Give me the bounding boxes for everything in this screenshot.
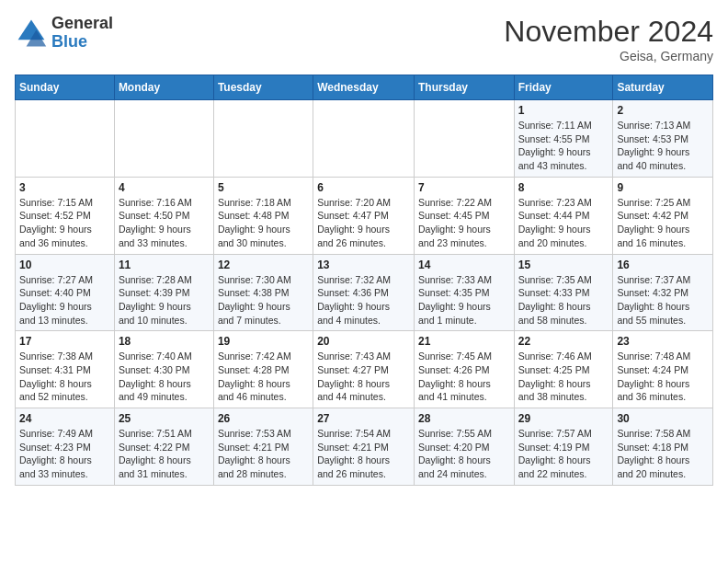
day-info: Sunrise: 7:33 AM Sunset: 4:35 PM Dayligh…	[418, 273, 510, 327]
day-number: 22	[518, 335, 609, 348]
calendar-table: SundayMondayTuesdayWednesdayThursdayFrid…	[15, 75, 713, 486]
week-row-1: 1Sunrise: 7:11 AM Sunset: 4:55 PM Daylig…	[16, 100, 713, 178]
day-number: 4	[119, 181, 210, 194]
day-number: 20	[317, 335, 410, 348]
day-number: 13	[317, 259, 410, 271]
day-number: 23	[617, 335, 709, 348]
day-cell-5: 5Sunrise: 7:18 AM Sunset: 4:48 PM Daylig…	[213, 177, 313, 254]
day-info: Sunrise: 7:23 AM Sunset: 4:44 PM Dayligh…	[518, 196, 609, 250]
day-cell-3: 3Sunrise: 7:15 AM Sunset: 4:52 PM Daylig…	[16, 177, 115, 254]
day-info: Sunrise: 7:49 AM Sunset: 4:23 PM Dayligh…	[19, 427, 110, 481]
logo: General Blue	[15, 15, 113, 52]
day-number: 9	[617, 181, 709, 194]
week-row-3: 10Sunrise: 7:27 AM Sunset: 4:40 PM Dayli…	[16, 254, 713, 331]
page-header: General Blue November 2024 Geisa, German…	[15, 15, 713, 63]
day-cell-6: 6Sunrise: 7:20 AM Sunset: 4:47 PM Daylig…	[313, 177, 415, 254]
day-info: Sunrise: 7:51 AM Sunset: 4:22 PM Dayligh…	[119, 427, 210, 481]
weekday-header-saturday: Saturday	[613, 75, 713, 100]
day-cell-26: 26Sunrise: 7:53 AM Sunset: 4:21 PM Dayli…	[213, 408, 313, 486]
weekday-header-friday: Friday	[514, 75, 613, 100]
day-cell-18: 18Sunrise: 7:40 AM Sunset: 4:30 PM Dayli…	[114, 331, 213, 408]
day-info: Sunrise: 7:18 AM Sunset: 4:48 PM Dayligh…	[218, 196, 309, 250]
month-title: November 2024	[504, 15, 713, 49]
day-cell-21: 21Sunrise: 7:45 AM Sunset: 4:26 PM Dayli…	[414, 331, 514, 408]
day-info: Sunrise: 7:15 AM Sunset: 4:52 PM Dayligh…	[19, 196, 110, 250]
day-info: Sunrise: 7:27 AM Sunset: 4:40 PM Dayligh…	[19, 273, 110, 327]
day-cell-27: 27Sunrise: 7:54 AM Sunset: 4:21 PM Dayli…	[313, 408, 415, 486]
weekday-header-wednesday: Wednesday	[313, 75, 415, 100]
day-info: Sunrise: 7:35 AM Sunset: 4:33 PM Dayligh…	[518, 273, 609, 327]
logo-blue: Blue	[51, 33, 113, 52]
day-info: Sunrise: 7:54 AM Sunset: 4:21 PM Dayligh…	[317, 427, 410, 481]
week-row-2: 3Sunrise: 7:15 AM Sunset: 4:52 PM Daylig…	[16, 177, 713, 254]
day-number: 5	[218, 181, 309, 194]
day-number: 15	[518, 259, 609, 271]
day-info: Sunrise: 7:55 AM Sunset: 4:20 PM Dayligh…	[418, 427, 510, 481]
day-info: Sunrise: 7:42 AM Sunset: 4:28 PM Dayligh…	[218, 350, 309, 404]
day-info: Sunrise: 7:48 AM Sunset: 4:24 PM Dayligh…	[617, 350, 709, 404]
day-number: 17	[19, 335, 110, 348]
day-cell-14: 14Sunrise: 7:33 AM Sunset: 4:35 PM Dayli…	[414, 254, 514, 331]
weekday-header-monday: Monday	[114, 75, 213, 100]
title-block: November 2024 Geisa, Germany	[504, 15, 713, 63]
day-cell-13: 13Sunrise: 7:32 AM Sunset: 4:36 PM Dayli…	[313, 254, 415, 331]
day-info: Sunrise: 7:22 AM Sunset: 4:45 PM Dayligh…	[418, 196, 510, 250]
day-info: Sunrise: 7:16 AM Sunset: 4:50 PM Dayligh…	[119, 196, 210, 250]
day-info: Sunrise: 7:45 AM Sunset: 4:26 PM Dayligh…	[418, 350, 510, 404]
day-info: Sunrise: 7:25 AM Sunset: 4:42 PM Dayligh…	[617, 196, 709, 250]
logo-icon	[15, 17, 48, 50]
logo-general: General	[51, 15, 113, 33]
day-number: 29	[518, 412, 609, 425]
day-cell-20: 20Sunrise: 7:43 AM Sunset: 4:27 PM Dayli…	[313, 331, 415, 408]
day-number: 6	[317, 181, 410, 194]
day-number: 7	[418, 181, 510, 194]
day-cell-17: 17Sunrise: 7:38 AM Sunset: 4:31 PM Dayli…	[16, 331, 115, 408]
day-number: 18	[119, 335, 210, 348]
day-number: 3	[19, 181, 110, 194]
weekday-header-thursday: Thursday	[414, 75, 514, 100]
day-number: 8	[518, 181, 609, 194]
day-info: Sunrise: 7:30 AM Sunset: 4:38 PM Dayligh…	[218, 273, 309, 327]
day-cell-2: 2Sunrise: 7:13 AM Sunset: 4:53 PM Daylig…	[613, 100, 713, 178]
day-cell-8: 8Sunrise: 7:23 AM Sunset: 4:44 PM Daylig…	[514, 177, 613, 254]
day-cell-10: 10Sunrise: 7:27 AM Sunset: 4:40 PM Dayli…	[16, 254, 115, 331]
day-number: 10	[19, 259, 110, 271]
weekday-row: SundayMondayTuesdayWednesdayThursdayFrid…	[16, 75, 713, 100]
day-cell-4: 4Sunrise: 7:16 AM Sunset: 4:50 PM Daylig…	[114, 177, 213, 254]
day-number: 11	[119, 259, 210, 271]
day-number: 28	[418, 412, 510, 425]
day-cell-29: 29Sunrise: 7:57 AM Sunset: 4:19 PM Dayli…	[514, 408, 613, 486]
day-cell-28: 28Sunrise: 7:55 AM Sunset: 4:20 PM Dayli…	[414, 408, 514, 486]
day-cell-11: 11Sunrise: 7:28 AM Sunset: 4:39 PM Dayli…	[114, 254, 213, 331]
weekday-header-sunday: Sunday	[16, 75, 115, 100]
day-info: Sunrise: 7:43 AM Sunset: 4:27 PM Dayligh…	[317, 350, 410, 404]
empty-cell	[313, 100, 415, 178]
calendar-body: 1Sunrise: 7:11 AM Sunset: 4:55 PM Daylig…	[16, 100, 713, 486]
day-cell-16: 16Sunrise: 7:37 AM Sunset: 4:32 PM Dayli…	[613, 254, 713, 331]
day-info: Sunrise: 7:38 AM Sunset: 4:31 PM Dayligh…	[19, 350, 110, 404]
day-cell-23: 23Sunrise: 7:48 AM Sunset: 4:24 PM Dayli…	[613, 331, 713, 408]
day-info: Sunrise: 7:28 AM Sunset: 4:39 PM Dayligh…	[119, 273, 210, 327]
day-number: 27	[317, 412, 410, 425]
logo-text: General Blue	[51, 15, 113, 52]
day-info: Sunrise: 7:53 AM Sunset: 4:21 PM Dayligh…	[218, 427, 309, 481]
day-info: Sunrise: 7:11 AM Sunset: 4:55 PM Dayligh…	[518, 119, 609, 173]
day-info: Sunrise: 7:37 AM Sunset: 4:32 PM Dayligh…	[617, 273, 709, 327]
day-number: 25	[119, 412, 210, 425]
week-row-4: 17Sunrise: 7:38 AM Sunset: 4:31 PM Dayli…	[16, 331, 713, 408]
day-info: Sunrise: 7:13 AM Sunset: 4:53 PM Dayligh…	[617, 119, 709, 173]
svg-marker-0	[18, 19, 45, 40]
day-info: Sunrise: 7:32 AM Sunset: 4:36 PM Dayligh…	[317, 273, 410, 327]
day-number: 1	[518, 104, 609, 117]
day-cell-19: 19Sunrise: 7:42 AM Sunset: 4:28 PM Dayli…	[213, 331, 313, 408]
day-info: Sunrise: 7:58 AM Sunset: 4:18 PM Dayligh…	[617, 427, 709, 481]
empty-cell	[114, 100, 213, 178]
day-info: Sunrise: 7:57 AM Sunset: 4:19 PM Dayligh…	[518, 427, 609, 481]
day-number: 24	[19, 412, 110, 425]
day-number: 12	[218, 259, 309, 271]
location: Geisa, Germany	[504, 49, 713, 63]
day-cell-30: 30Sunrise: 7:58 AM Sunset: 4:18 PM Dayli…	[613, 408, 713, 486]
day-cell-7: 7Sunrise: 7:22 AM Sunset: 4:45 PM Daylig…	[414, 177, 514, 254]
day-cell-12: 12Sunrise: 7:30 AM Sunset: 4:38 PM Dayli…	[213, 254, 313, 331]
day-number: 16	[617, 259, 709, 271]
